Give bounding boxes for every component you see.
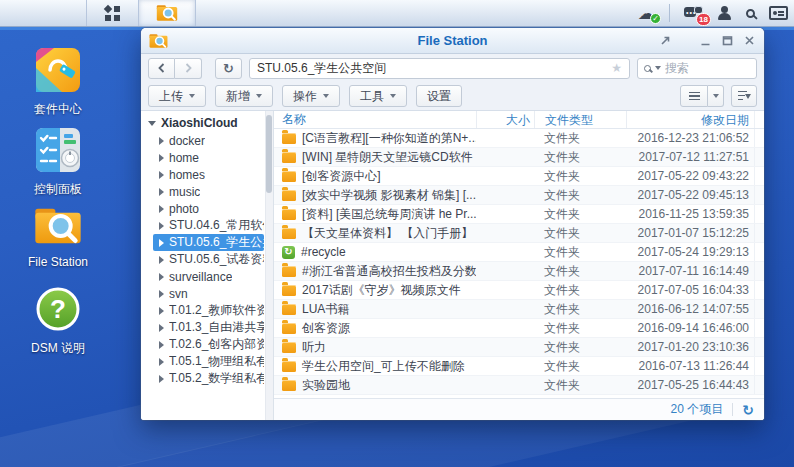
caret-right-icon[interactable] (159, 154, 164, 162)
desktop-icon-control-panel[interactable]: 控制面板 (6, 128, 110, 198)
widget-panel-button[interactable] (769, 6, 788, 20)
file-row[interactable]: 实验园地 文件夹 2017-05-25 16:44:43 (274, 376, 764, 395)
global-search-button[interactable] (746, 9, 755, 18)
sidebar-folder-item[interactable]: home (141, 149, 264, 166)
file-type: 文件夹 (534, 206, 626, 223)
list-refresh-button[interactable]: ↻ (742, 403, 754, 417)
breadcrumb[interactable]: STU.05.6_学生公共空间 ★ (249, 58, 630, 79)
sidebar-folder-item[interactable]: T.01.2_教师软件资源区 (141, 302, 264, 319)
caret-right-icon[interactable] (159, 375, 164, 383)
back-button[interactable] (148, 58, 175, 79)
caret-right-icon[interactable] (159, 358, 164, 366)
search-input[interactable] (665, 61, 735, 75)
favorite-star-icon[interactable]: ★ (611, 61, 622, 75)
sidebar-folder-item[interactable]: STU.05.6_学生公共空间 (153, 234, 264, 251)
view-mode-button[interactable] (680, 85, 708, 107)
tools-button[interactable]: 工具 (349, 85, 407, 107)
create-button[interactable]: 新增 (215, 85, 273, 107)
file-row[interactable]: [C语言教程][一种你知道的第N+... 文件夹 2016-12-23 21:0… (274, 129, 764, 148)
caret-right-icon[interactable] (159, 341, 164, 349)
file-row[interactable]: LUA书籍 文件夹 2016-06-12 14:07:55 (274, 300, 764, 319)
sidebar-folder-item[interactable]: T.05.1_物理组私有共享空 (141, 353, 264, 370)
sidebar-folder-label: STU.05.6_试卷资料下载 (169, 251, 264, 268)
file-station-taskbar-button[interactable] (139, 0, 196, 26)
caret-down-icon[interactable] (148, 121, 156, 126)
table-header: 名称 大小 文件类型 修改日期 (274, 111, 764, 129)
caret-right-icon[interactable] (159, 222, 164, 230)
sidebar-folder-item[interactable]: homes (141, 166, 264, 183)
search-box[interactable] (637, 58, 757, 79)
action-button[interactable]: 操作 (282, 85, 340, 107)
caret-right-icon[interactable] (159, 188, 164, 196)
user-menu-button[interactable] (717, 6, 732, 20)
sidebar-folder-item[interactable]: T.05.2_数学组私有共享空 (141, 370, 264, 387)
caret-right-icon[interactable] (159, 256, 164, 264)
sidebar-folder-item[interactable]: T.02.6_创客内部资料 (141, 336, 264, 353)
close-button[interactable] (743, 34, 756, 47)
sidebar-root-label: XiaoshiCloud (161, 116, 238, 130)
view-mode-caret-button[interactable] (708, 85, 724, 107)
file-row[interactable]: 【天文星体资料】 【入门手册】 文件夹 2017-01-07 15:12:25 (274, 224, 764, 243)
caret-right-icon[interactable] (159, 137, 164, 145)
file-name: [效实中学视频 影视素材 锦集] [... (302, 187, 476, 204)
file-row[interactable]: [效实中学视频 影视素材 锦集] [... 文件夹 2017-05-22 09:… (274, 186, 764, 205)
folder-icon (282, 285, 296, 296)
main-menu-button[interactable] (86, 0, 139, 26)
caret-right-icon[interactable] (159, 205, 164, 213)
desktop-icon-label: 套件中心 (6, 101, 110, 118)
sidebar-folder-item[interactable]: STU.04.6_常用软件 (141, 217, 264, 234)
file-row[interactable]: 创客资源 文件夹 2016-09-14 16:46:00 (274, 319, 764, 338)
caret-right-icon[interactable] (159, 290, 164, 298)
file-row[interactable]: [创客资源中心] 文件夹 2017-05-22 09:43:22 (274, 167, 764, 186)
folder-tree-sidebar: XiaoshiCloud docker home homes music pho… (141, 111, 274, 420)
file-row[interactable]: 学生公用空间_可上传不能删除 文件夹 2016-07-13 11:26:44 (274, 357, 764, 376)
minimize-button[interactable] (699, 34, 712, 47)
sidebar-root-xiaoshicloud[interactable]: XiaoshiCloud (141, 114, 264, 132)
folder-icon (282, 323, 296, 334)
file-row[interactable]: 2017话剧《守岁》视频原文件 文件夹 2017-07-05 16:04:33 (274, 281, 764, 300)
window-titlebar[interactable]: File Station (141, 28, 764, 54)
caret-right-icon[interactable] (159, 239, 164, 247)
sidebar-folder-item[interactable]: photo (141, 200, 264, 217)
sidebar-scrollbar-track[interactable] (265, 111, 273, 420)
file-name: [资料] [美国总统每周演讲 he Pr... (302, 206, 476, 223)
desktop-icon-label: File Station (6, 255, 110, 269)
sidebar-folder-item[interactable]: STU.05.6_试卷资料下载 (141, 251, 264, 268)
desktop-icon-dsm-help[interactable]: DSM 说明 (6, 287, 110, 357)
file-row[interactable]: #浙江省普通高校招生投档及分数... 文件夹 2017-07-11 16:14:… (274, 262, 764, 281)
caret-right-icon[interactable] (159, 171, 164, 179)
file-row[interactable]: 听力 文件夹 2017-01-20 23:10:36 (274, 338, 764, 357)
desktop-icon-package-center[interactable]: 套件中心 (6, 48, 110, 118)
sidebar-folder-item[interactable]: docker (141, 132, 264, 149)
caret-right-icon[interactable] (159, 273, 164, 281)
popout-button[interactable] (659, 34, 672, 47)
maximize-button[interactable] (721, 34, 734, 47)
sidebar-folder-item[interactable]: T.01.3_自由港共享空间 (141, 319, 264, 336)
column-header-name[interactable]: 名称 (274, 111, 476, 128)
settings-button[interactable]: 设置 (416, 85, 462, 107)
file-row[interactable]: [资料] [美国总统每周演讲 he Pr... 文件夹 2016-11-25 1… (274, 205, 764, 224)
file-row[interactable]: [WIN] 星特朗天文望远镜CD软件 文件夹 2017-07-12 11:27:… (274, 148, 764, 167)
refresh-button[interactable]: ↻ (215, 58, 242, 79)
file-row[interactable]: #recycle 文件夹 2017-05-24 19:29:13 (274, 243, 764, 262)
sidebar-folder-item[interactable]: svn (141, 285, 264, 302)
column-header-type[interactable]: 文件类型 (534, 111, 626, 128)
column-divider (754, 300, 764, 318)
caret-right-icon[interactable] (159, 324, 164, 332)
cloud-sync-button[interactable]: ☁✓ (638, 5, 655, 22)
caret-right-icon[interactable] (159, 307, 164, 315)
column-header-modified[interactable]: 修改日期 (626, 111, 754, 128)
column-header-size[interactable]: 大小 (476, 111, 534, 128)
sidebar-folder-item[interactable]: music (141, 183, 264, 200)
search-options-caret-icon[interactable] (655, 66, 661, 70)
desktop-icon-file-station[interactable]: File Station (6, 206, 110, 269)
chevron-down-icon (390, 94, 396, 98)
upload-button[interactable]: 上传 (148, 85, 206, 107)
sort-button[interactable] (731, 85, 757, 107)
sidebar-scrollbar-thumb[interactable] (266, 115, 272, 193)
forward-button[interactable] (175, 58, 202, 79)
file-name: [创客资源中心] (302, 168, 381, 185)
taskbar-separator (669, 4, 670, 22)
notifications-button[interactable]: ••• 18 (684, 6, 703, 21)
sidebar-folder-item[interactable]: surveillance (141, 268, 264, 285)
